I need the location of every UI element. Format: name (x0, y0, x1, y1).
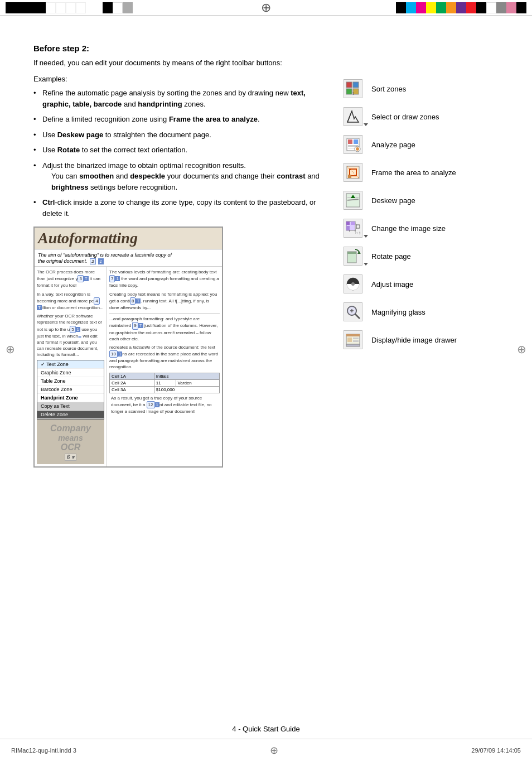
right-color-patches (396, 2, 526, 13)
black-patch (476, 2, 486, 13)
badge: 6 ▾ (65, 454, 76, 461)
badge: 1 (115, 276, 119, 281)
table-cell: Cell 2A (110, 379, 154, 386)
bold-text: Ctrl (42, 198, 55, 206)
select-draw-icon[interactable] (342, 106, 364, 127)
bold-text: brightness (51, 183, 88, 191)
adjust-image-icon[interactable] (342, 273, 364, 295)
svg-rect-22 (346, 226, 350, 230)
analyze-page-icon[interactable] (342, 134, 364, 155)
deskew-icon[interactable] (342, 190, 364, 211)
preview-company-image: Company means OCR 6 ▾ (37, 420, 104, 464)
svg-rect-36 (346, 334, 360, 336)
badge: T (136, 298, 141, 304)
table-cell: 11 (154, 379, 176, 386)
bold-text: Rotate (57, 146, 80, 154)
icon-image (344, 302, 362, 321)
pink-patch (506, 2, 516, 13)
change-image-size-icon[interactable]: ↔↕ (342, 218, 364, 239)
preview-content: The OCR process does more than just reco… (35, 267, 222, 466)
left-color-patches (6, 2, 133, 13)
main-layout: Examples: Refine the automatic page anal… (33, 75, 499, 468)
black-patch (6, 2, 16, 13)
bold-text: handprinting (138, 100, 182, 108)
list-item: Use Rotate to set the correct text orien… (33, 145, 331, 156)
footer-left-text: RIMac12-qug-intl.indd 3 (11, 747, 76, 754)
preview-subtitle: The aim of "autoformatting" is to recrea… (35, 249, 222, 267)
preview-right: The various levels of formatting are: cr… (107, 267, 222, 466)
italic-text: facsimile (133, 345, 150, 350)
badge: 1 (76, 327, 80, 332)
badge: 7 (109, 275, 115, 282)
svg-rect-15 (348, 175, 351, 178)
preview-text: Whether your OCR software represents the… (37, 313, 104, 358)
company-text: Company (50, 423, 91, 434)
preview-menu-item: Delete Zone (37, 411, 104, 419)
svg-rect-37 (347, 338, 352, 342)
table-cell: Cell 3A (110, 386, 154, 393)
display-hide-drawer-icon[interactable] (342, 329, 364, 350)
badge: 12 (147, 401, 155, 408)
preview-text: In a way, text recognition is becoming m… (37, 291, 104, 311)
toolbar-item-change-image-size[interactable]: ↔↕ Change the image size (342, 214, 499, 242)
company-text: means (58, 434, 83, 442)
separator (109, 313, 220, 314)
svg-point-11 (356, 147, 359, 151)
black-patch (396, 2, 406, 13)
yellow-patch (426, 2, 436, 13)
toolbar-item-frame-area[interactable]: Frame the area to analyze (342, 158, 499, 186)
adjust-image-svg (345, 276, 361, 292)
white-patch (46, 2, 56, 13)
badge: 9 (132, 322, 138, 329)
toolbar-item-analyze-page[interactable]: Analyze page (342, 131, 499, 158)
examples-label: Examples: (33, 75, 331, 83)
white-patch (56, 2, 66, 13)
toolbar-item-deskew[interactable]: Deskew page (342, 186, 499, 214)
preview-menu-item: ✓ Text Zone (37, 360, 104, 369)
list-item: Adjust the binarized image to obtain opt… (33, 160, 331, 193)
gray-patch (496, 2, 506, 13)
preview-table: Cell 1A Initials Cell 2A 11 Varden Cell … (109, 373, 220, 393)
frame-area-icon[interactable] (342, 162, 364, 183)
svg-rect-23 (351, 221, 355, 225)
preview-menu-item: Table Zone (37, 377, 104, 386)
rotate-page-icon[interactable] (342, 245, 364, 267)
toolbar-item-display-hide-drawer[interactable]: Display/hide image drawer (342, 326, 499, 354)
svg-point-29 (351, 282, 355, 286)
change-image-size-svg: ↔↕ (345, 220, 361, 236)
sort-zones-label: Sort zones (371, 85, 406, 93)
badge: 2 (90, 258, 95, 264)
svg-text:↕: ↕ (352, 91, 354, 96)
white-patch (76, 2, 86, 13)
table-cell: Cell 1A (110, 373, 154, 379)
toolbar-item-magnifying-glass[interactable]: Magnifying glass (342, 298, 499, 326)
toolbar-item-select-draw[interactable]: Select or draw zones (342, 103, 499, 131)
magenta-patch (416, 2, 426, 13)
preview-left: The OCR process does more than just reco… (35, 267, 107, 466)
bold-text: contrast (277, 172, 305, 180)
company-text: OCR (61, 442, 81, 452)
footer-right-text: 29/07/09 14:14:05 (471, 747, 521, 754)
registration-mark-center: ⊕ (261, 1, 271, 15)
badge: 1 (98, 258, 104, 264)
badge: 8 (130, 297, 136, 305)
toolbar-item-sort-zones[interactable]: ↕ Sort zones (342, 75, 499, 103)
sort-zones-svg: ↕ (345, 81, 361, 97)
list-item: Define a limited recognition zone using … (33, 114, 331, 125)
svg-rect-2 (346, 89, 352, 94)
magnifying-glass-icon[interactable] (342, 301, 364, 322)
table-cell: Varden (176, 379, 219, 386)
dropdown-arrow (364, 263, 368, 266)
sort-zones-icon[interactable]: ↕ (342, 78, 364, 99)
rotate-page-label: Rotate page (371, 252, 411, 261)
preview-text-right2: recreates a facsimile of the source docu… (109, 344, 220, 370)
black-patch (103, 2, 113, 13)
badge: 1 (155, 402, 159, 407)
toolbar-item-rotate-page[interactable]: Rotate page (342, 242, 499, 270)
bold-text: despeckle (130, 172, 165, 180)
frame-area-svg (345, 165, 361, 180)
toolbar-item-adjust-image[interactable]: Adjust image (342, 270, 499, 298)
bold-text: smoothen (79, 172, 114, 180)
icon-image: ↕ (344, 79, 362, 98)
badge: T (84, 276, 89, 281)
